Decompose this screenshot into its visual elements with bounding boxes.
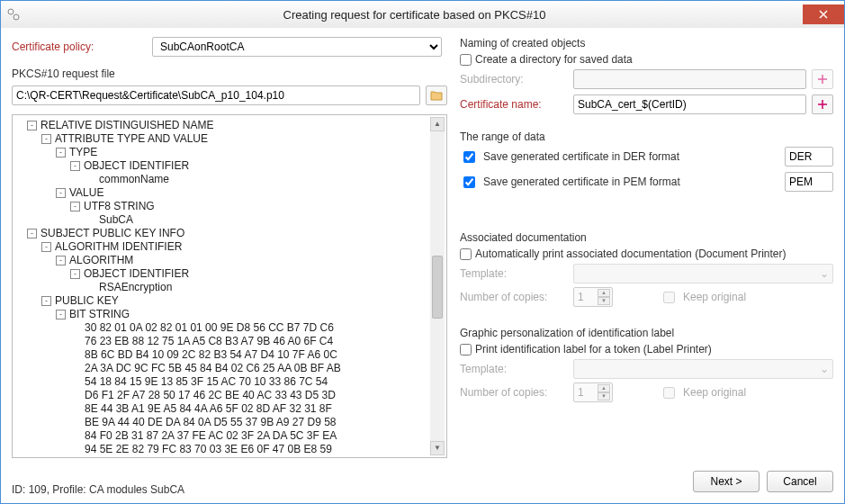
tree-row[interactable]: D6 F1 2F A7 28 50 17 46 2C BE 40 AC 33 4… xyxy=(14,389,428,402)
create-directory-checkbox[interactable] xyxy=(460,54,472,66)
tree-toggle-icon[interactable]: - xyxy=(56,188,66,198)
doc-keep-original-label: Keep original xyxy=(683,291,746,303)
tree-row[interactable]: 8B 6C BD B4 10 09 2C 82 B3 54 A7 D4 10 7… xyxy=(14,348,428,362)
window-title: Creating request for certificate based o… xyxy=(26,8,803,22)
scroll-down-button[interactable]: ▼ xyxy=(430,441,445,455)
tree-node-text: BE 9A 44 40 DE DA 84 0A D5 55 37 9B A9 2… xyxy=(85,416,337,428)
svg-point-1 xyxy=(13,14,19,20)
tree-scrollbar[interactable]: ▲ ▼ xyxy=(430,117,445,455)
doc-template-label: Template: xyxy=(460,267,568,280)
certificate-name-label: Certificate name: xyxy=(460,98,568,111)
save-pem-label: Save generated certificate in PEM format xyxy=(483,176,779,188)
tree-row[interactable]: -UTF8 STRING xyxy=(14,200,428,213)
subdirectory-input xyxy=(573,69,806,89)
auto-print-doc-checkbox[interactable] xyxy=(460,248,472,260)
doc-copies-spinner: 1 ▲▼ xyxy=(573,287,613,307)
auto-print-doc-label: Automatically print associated documenta… xyxy=(475,248,787,260)
print-label-checkbox[interactable] xyxy=(460,344,472,356)
tree-toggle-icon[interactable]: - xyxy=(41,296,51,306)
tree-row[interactable]: -ALGORITHM IDENTIFIER xyxy=(14,240,428,254)
tree-node-text: ATTRIBUTE TYPE AND VALUE xyxy=(55,132,208,145)
save-der-label: Save generated certificate in DER format xyxy=(483,150,779,163)
certificate-name-macro-button[interactable] xyxy=(812,94,833,114)
pkcs10-file-label: PKCS#10 request file xyxy=(12,68,115,80)
save-pem-checkbox[interactable] xyxy=(463,176,475,188)
tree-toggle-icon[interactable]: - xyxy=(70,269,80,279)
tree-node-text: 54 18 84 15 9E 13 85 3F 15 AC 70 10 33 8… xyxy=(85,375,328,388)
tree-row[interactable]: -RELATIVE DISTINGUISHED NAME xyxy=(14,119,428,132)
tree-node-text: D6 F1 2F A7 28 50 17 46 2C BE 40 AC 33 4… xyxy=(85,389,336,401)
tree-toggle-icon[interactable]: - xyxy=(56,310,66,320)
tree-toggle-icon[interactable]: - xyxy=(27,121,37,130)
tree-node-text: SubCA xyxy=(99,213,133,226)
save-der-checkbox[interactable] xyxy=(463,151,475,163)
tree-row[interactable]: -OBJECT IDENTIFIER xyxy=(14,267,428,281)
tree-row[interactable]: 84 F0 2B 31 87 2A 37 FE AC 02 3F 2A DA 5… xyxy=(14,429,428,443)
tree-toggle-icon[interactable]: - xyxy=(27,229,37,238)
der-extension-input[interactable] xyxy=(785,147,833,166)
tree-row[interactable]: -TYPE xyxy=(14,146,428,159)
pkcs10-file-path-input[interactable] xyxy=(12,86,420,105)
spinner-up-icon: ▲ xyxy=(598,289,610,297)
browse-button[interactable] xyxy=(426,86,447,105)
pem-extension-input[interactable] xyxy=(785,172,833,192)
status-text: ID: 109, Profile: CA modules SubCA xyxy=(12,483,693,498)
tree-node-text: VALUE xyxy=(69,186,103,199)
tree-toggle-icon[interactable]: - xyxy=(41,242,51,252)
spinner-down-icon: ▼ xyxy=(598,392,610,400)
scroll-track[interactable] xyxy=(430,131,445,441)
tree-toggle-icon[interactable]: - xyxy=(56,256,66,266)
tree-node-text: TYPE xyxy=(69,146,97,158)
tree-row[interactable]: 8E 44 3B A1 9E A5 84 4A A6 5F 02 8D AF 3… xyxy=(14,402,428,416)
tree-row[interactable]: -ATTRIBUTE TYPE AND VALUE xyxy=(14,132,428,146)
tree-node-text: 8B 6C BD B4 10 09 2C 82 B3 54 A7 D4 10 7… xyxy=(85,348,337,361)
certificate-name-input[interactable] xyxy=(573,94,806,114)
tree-toggle-icon[interactable]: - xyxy=(70,202,80,212)
tree-row[interactable]: BE 9A 44 40 DE DA 84 0A D5 55 37 9B A9 2… xyxy=(14,416,428,429)
tree-node-text: 2A 3A DC 9C FC 5B 45 84 B4 02 C6 25 AA 0… xyxy=(85,362,341,374)
tree-row[interactable]: 2A 3A DC 9C FC 5B 45 84 B4 02 C6 25 AA 0… xyxy=(14,362,428,375)
tree-row[interactable]: -VALUE xyxy=(14,186,428,200)
label-template-label: Template: xyxy=(460,363,568,375)
create-directory-label: Create a directory for saved data xyxy=(475,53,633,66)
range-section-title: The range of data xyxy=(460,130,833,143)
tree-row[interactable]: -SUBJECT PUBLIC KEY INFO xyxy=(14,227,428,240)
label-keep-original-label: Keep original xyxy=(683,386,746,399)
tree-row[interactable]: -OBJECT IDENTIFIER xyxy=(14,159,428,173)
tree-node-text: 94 5E 2E 82 79 FC 83 70 03 3E E6 0F 47 0… xyxy=(85,443,332,454)
titlebar: Creating request for certificate based o… xyxy=(1,1,844,28)
tree-node-text: UTF8 STRING xyxy=(84,200,155,212)
subdirectory-label: Subdirectory: xyxy=(460,73,568,86)
tree-row[interactable]: commonName xyxy=(14,173,428,186)
asn1-tree: -RELATIVE DISTINGUISHED NAME-ATTRIBUTE T… xyxy=(12,114,447,458)
scroll-thumb[interactable] xyxy=(432,256,443,319)
content: Certificate policy: SubCAonRootCA PKCS#1… xyxy=(1,28,844,458)
tree-row[interactable]: -ALGORITHM xyxy=(14,254,428,267)
tree-row[interactable]: 94 5E 2E 82 79 FC 83 70 03 3E E6 0F 47 0… xyxy=(14,443,428,454)
tree-node-text: OBJECT IDENTIFIER xyxy=(84,159,189,172)
tree-row[interactable]: SubCA xyxy=(14,213,428,227)
certificate-policy-select[interactable]: SubCAonRootCA xyxy=(152,37,442,57)
app-icon xyxy=(6,7,21,22)
scroll-up-button[interactable]: ▲ xyxy=(430,117,445,131)
doc-template-select: ⌄ xyxy=(573,264,833,284)
tree-row[interactable]: 54 18 84 15 9E 13 85 3F 15 AC 70 10 33 8… xyxy=(14,375,428,389)
asn1-tree-body[interactable]: -RELATIVE DISTINGUISHED NAME-ATTRIBUTE T… xyxy=(14,119,445,454)
tree-row[interactable]: RSAEncryption xyxy=(14,281,428,294)
tree-row[interactable]: 76 23 EB 88 12 75 1A A5 C8 B3 A7 9B 46 A… xyxy=(14,335,428,348)
tree-row[interactable]: 30 82 01 0A 02 82 01 01 00 9E D8 56 CC B… xyxy=(14,321,428,335)
graphic-section-title: Graphic personalization of identificatio… xyxy=(460,327,833,339)
label-copies-spinner: 1 ▲▼ xyxy=(573,382,613,402)
label-template-select: ⌄ xyxy=(573,359,833,379)
tree-row[interactable]: -PUBLIC KEY xyxy=(14,294,428,308)
tree-node-text: 84 F0 2B 31 87 2A 37 FE AC 02 3F 2A DA 5… xyxy=(85,429,337,442)
label-copies-label: Number of copies: xyxy=(460,386,568,399)
close-button[interactable] xyxy=(803,4,844,24)
next-button[interactable]: Next > xyxy=(693,471,760,492)
tree-toggle-icon[interactable]: - xyxy=(70,161,80,171)
tree-toggle-icon[interactable]: - xyxy=(56,148,66,158)
tree-toggle-icon[interactable]: - xyxy=(41,134,51,144)
tree-row[interactable]: -BIT STRING xyxy=(14,308,428,321)
naming-section-title: Naming of created objects xyxy=(460,37,833,50)
cancel-button[interactable]: Cancel xyxy=(767,471,833,492)
